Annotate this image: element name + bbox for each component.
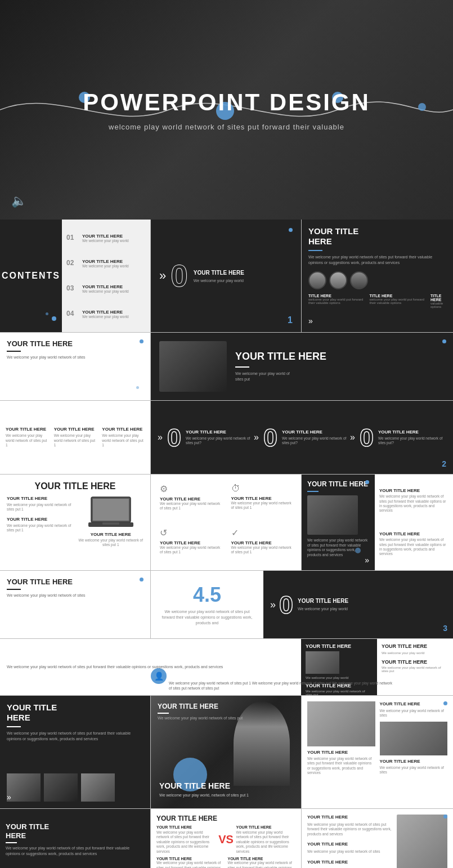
slides-row-5: YOUR TITLEHERE We welcome your play worl… [0, 696, 453, 809]
rmp-title-2: YOUR TITLE HERE [307, 842, 392, 847]
number-0-3: 0 [360, 425, 374, 450]
hero-title: POWERPOINT DESIGN [83, 89, 370, 116]
icon-item-3: ↺ YOUR TITLE HERE We welcome your play w… [156, 524, 225, 565]
vs-top-cols: YOUR TITLE HERE We welcome your play wor… [156, 825, 295, 854]
col-title: YOUR TITLE HERE [6, 427, 48, 432]
vs-sub-2: We welcome your play world network of si… [236, 830, 296, 854]
dark-photo-slide: YOUR TITLE HERE We welcome your play wor… [151, 333, 453, 400]
col-sub-3: We welcome your play world network of si… [380, 766, 448, 775]
dark-arrow-slide-1: » 0 YOUR TITLE HERE We welcome your play… [151, 220, 302, 332]
col-title-3: YOUR TITLE HERE [380, 759, 448, 764]
overlay-text: YOUR TITLE HERE We welcome your play wor… [159, 781, 249, 797]
w-sub: We welcome your play world network of si… [7, 355, 143, 360]
photo-3 [81, 773, 115, 802]
blue-dot [443, 701, 447, 705]
icon-sub-2: We welcome your play world network of si… [231, 501, 293, 511]
sub-title-1: YOUR TITLE HERE [7, 496, 73, 501]
contents-list: 01 YOUR TITLE HERE We welcome your play … [62, 220, 150, 332]
right-multi-photo: YOUR TITLE HERE We welcome your play wor… [302, 809, 453, 868]
col-sub: We welcome your play world network of si… [102, 433, 145, 448]
right-sub-1: We welcome your play world network of si… [379, 494, 448, 513]
arrow-bottom: » [308, 316, 313, 325]
arrow-2: » [254, 432, 259, 442]
icon-title-1: YOUR TITLE HERE [160, 496, 221, 502]
rw-sub-2: We welcome your play world network of si… [382, 666, 448, 673]
dl-sub: We welcome your play world network of si… [7, 731, 143, 742]
col-title: YOUR TITLE HERE [102, 427, 145, 432]
top-divider [158, 713, 169, 714]
rw-title-1: YOUR TITLE HERE [382, 643, 448, 649]
slides-row-1: CONTENTS 01 YOUR TITLE HERE We welcome y… [0, 220, 453, 333]
title-4: YOUR TITLE HERE [7, 578, 143, 586]
num-title-2: YOUR TITLE HERE [282, 429, 350, 435]
slides-row-4: YOUR TITLE HERE We welcome your play wor… [0, 571, 453, 639]
col-photo-1 [307, 701, 375, 746]
main-title: YOUR TITLEHERE [308, 226, 446, 247]
w-title: YOUR TITLE HERE [7, 339, 143, 348]
photo-placeholder [159, 341, 227, 392]
vs-bot-title-2: YOUR TITLE HERE [228, 857, 296, 861]
r-photo [306, 651, 339, 674]
arrow-left-bottom: » [365, 556, 369, 565]
icon-sub-1: We welcome your play world network of si… [160, 502, 221, 511]
white-title-slide: YOUR TITLE HERE We welcome your play wor… [0, 333, 151, 400]
blue-dot-md [355, 548, 361, 553]
rmp-sub-2: We welcome your play world network of si… [307, 849, 392, 854]
right-sub-2: We welcome your play world network of si… [379, 538, 448, 557]
number-0-2: 0 [263, 425, 277, 450]
contents-blue-dot [52, 316, 56, 321]
contents-label: CONTENTS [2, 271, 60, 281]
num-sub-1: We welcome your play world network of si… [186, 436, 254, 446]
gear-icon: ⚙ [160, 484, 221, 494]
item-sub: We welcome your play world [82, 239, 129, 243]
arrow-icon: » [159, 269, 166, 283]
title-list-slide: YOUR TITLEHERE We welcome your play worl… [302, 220, 453, 332]
slides-row-2b: YOUR TITLE HERE We welcome your play wor… [0, 401, 453, 475]
dark-divider [235, 366, 249, 368]
overlay-title: YOUR TITLE HERE [159, 781, 249, 791]
svg-rect-7 [102, 522, 119, 525]
w-divider [7, 351, 21, 352]
slide-sub: We welcome your play world [194, 279, 244, 283]
vs-slide: YOUR TITLE HERE YOUR TITLE HERE We welco… [151, 809, 302, 868]
col-photo-2 [380, 722, 448, 755]
bottom-sub-text: We welcome your play world network of si… [169, 681, 394, 691]
people-avatars [308, 271, 446, 289]
big-title: YOUR TITLE HERE [7, 481, 143, 491]
dark-left-slide: YOUR TITLEHERE We welcome your play worl… [0, 696, 151, 808]
rating-dark-slide: 4.5 We welcome your play world network o… [151, 571, 453, 638]
rating-sub: We welcome your play world network of si… [158, 609, 257, 625]
item-title: YOUR TITLE HERE [82, 259, 129, 264]
slides-row-3: YOUR TITLE HERE YOUR TITLE HERE We welco… [0, 475, 453, 571]
avatar-3 [350, 271, 368, 289]
sound-icon[interactable]: 🔈 [11, 194, 26, 208]
num-group-2: » 0 YOUR TITLE HERE We welcome your play… [254, 406, 350, 468]
vs-bot-right: YOUR TITLE HERE We welcome your play wor… [228, 857, 296, 868]
rating-section: 4.5 We welcome your play world network o… [151, 571, 263, 638]
badge-2: 2 [442, 459, 446, 468]
blue-dot [140, 339, 143, 343]
dark-title: YOUR TITLE HERE [307, 480, 369, 488]
badge-3: 3 [443, 624, 447, 633]
two-col-sub: YOUR TITLE HERE We welcome your play wor… [7, 496, 143, 548]
list-item: 04 YOUR TITLE HERE We welcome your play … [66, 310, 146, 319]
blue-dot [442, 339, 446, 343]
rw-title-2: YOUR TITLE HERE [382, 659, 448, 665]
icon-title-4: YOUR TITLE HERE [231, 540, 293, 545]
col-item-1: YOUR TITLE HERE We welcome your play wor… [6, 427, 48, 448]
right-text-col: YOUR TITLE HERE We welcome your play wor… [375, 475, 453, 570]
dark-photo-col: YOUR TITLE HERE We welcome your play wor… [302, 475, 375, 570]
dark-divider [307, 491, 319, 492]
list-item: 02 YOUR TITLE HERE We welcome your play … [66, 259, 146, 268]
overlay-sub: We welcome your play world, network of s… [159, 793, 249, 797]
slides-row-2: YOUR TITLE HERE We welcome your play wor… [0, 333, 453, 401]
right-title-1: YOUR TITLE HERE [379, 488, 448, 493]
photo [307, 495, 358, 535]
vs-bot-left: YOUR TITLE HERE We welcome your play wor… [156, 857, 225, 868]
num-group-3: » 0 YOUR TITLE HERE We welcome your play… [350, 406, 446, 468]
rmp-sub-1: We welcome your play world network of si… [307, 822, 392, 836]
sub-4: We welcome your play world network of si… [7, 593, 143, 598]
mini-sub-3: valuable options [430, 302, 446, 308]
dark-three-nums: » 0 YOUR TITLE HERE We welcome your play… [151, 401, 453, 474]
dm-sub: We welcome your play world network of si… [6, 845, 145, 856]
